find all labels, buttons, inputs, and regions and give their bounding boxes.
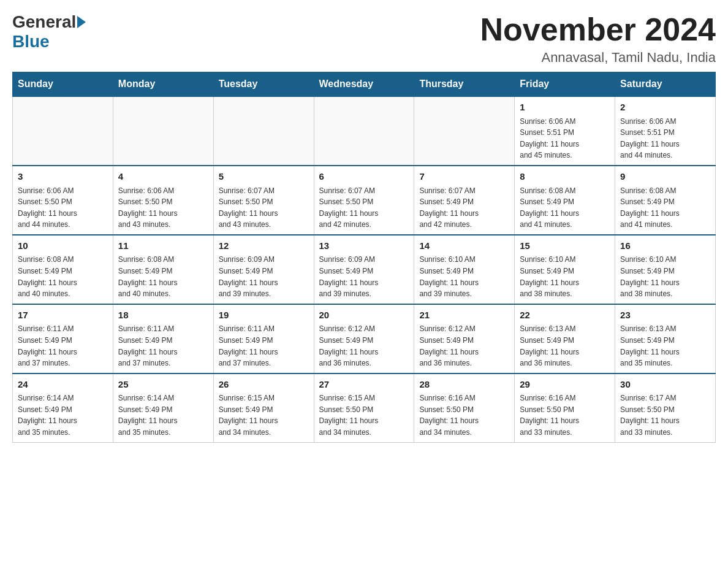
day-number: 22 bbox=[520, 308, 610, 323]
day-number: 30 bbox=[620, 378, 710, 392]
day-info: Sunrise: 6:06 AMSunset: 5:50 PMDaylight:… bbox=[18, 185, 108, 231]
day-number: 7 bbox=[419, 170, 509, 184]
day-number: 15 bbox=[520, 239, 610, 253]
calendar-body: 1Sunrise: 6:06 AMSunset: 5:51 PMDaylight… bbox=[13, 96, 716, 442]
day-number: 18 bbox=[118, 308, 208, 323]
day-number: 11 bbox=[118, 239, 208, 253]
day-number: 16 bbox=[620, 239, 710, 253]
calendar-day: 13Sunrise: 6:09 AMSunset: 5:49 PMDayligh… bbox=[314, 235, 414, 304]
day-info: Sunrise: 6:06 AMSunset: 5:51 PMDaylight:… bbox=[520, 116, 610, 161]
day-of-week-tuesday: Tuesday bbox=[213, 72, 314, 97]
calendar-day: 30Sunrise: 6:17 AMSunset: 5:50 PMDayligh… bbox=[615, 373, 716, 442]
calendar-day: 8Sunrise: 6:08 AMSunset: 5:49 PMDaylight… bbox=[515, 166, 615, 235]
day-number: 24 bbox=[18, 378, 108, 392]
day-info: Sunrise: 6:17 AMSunset: 5:50 PMDaylight:… bbox=[620, 393, 710, 438]
day-number: 14 bbox=[419, 239, 509, 253]
day-info: Sunrise: 6:10 AMSunset: 5:49 PMDaylight:… bbox=[520, 254, 610, 299]
calendar-week-4: 17Sunrise: 6:11 AMSunset: 5:49 PMDayligh… bbox=[13, 304, 716, 373]
calendar-day: 26Sunrise: 6:15 AMSunset: 5:49 PMDayligh… bbox=[213, 373, 314, 442]
day-number: 3 bbox=[18, 170, 108, 184]
day-number: 12 bbox=[219, 239, 309, 253]
calendar-table: SundayMondayTuesdayWednesdayThursdayFrid… bbox=[12, 72, 716, 442]
calendar-day: 24Sunrise: 6:14 AMSunset: 5:49 PMDayligh… bbox=[13, 373, 113, 442]
day-info: Sunrise: 6:13 AMSunset: 5:49 PMDaylight:… bbox=[520, 323, 610, 369]
calendar-day: 28Sunrise: 6:16 AMSunset: 5:50 PMDayligh… bbox=[414, 373, 515, 442]
calendar-day: 5Sunrise: 6:07 AMSunset: 5:50 PMDaylight… bbox=[213, 166, 314, 235]
calendar-day bbox=[414, 96, 515, 166]
calendar-day: 12Sunrise: 6:09 AMSunset: 5:49 PMDayligh… bbox=[213, 235, 314, 304]
day-number: 23 bbox=[620, 308, 710, 323]
day-info: Sunrise: 6:08 AMSunset: 5:49 PMDaylight:… bbox=[118, 254, 208, 299]
calendar-day bbox=[213, 96, 314, 166]
day-info: Sunrise: 6:12 AMSunset: 5:49 PMDaylight:… bbox=[319, 323, 409, 369]
calendar-day: 11Sunrise: 6:08 AMSunset: 5:49 PMDayligh… bbox=[113, 235, 213, 304]
day-info: Sunrise: 6:11 AMSunset: 5:49 PMDaylight:… bbox=[18, 323, 108, 369]
day-number: 13 bbox=[319, 239, 409, 253]
day-of-week-friday: Friday bbox=[515, 72, 615, 97]
location-text: Annavasal, Tamil Nadu, India bbox=[480, 50, 716, 66]
calendar-day: 25Sunrise: 6:14 AMSunset: 5:49 PMDayligh… bbox=[113, 373, 213, 442]
calendar-day bbox=[13, 96, 113, 166]
day-number: 20 bbox=[319, 308, 409, 323]
day-number: 26 bbox=[219, 378, 309, 392]
day-number: 29 bbox=[520, 378, 610, 392]
day-info: Sunrise: 6:15 AMSunset: 5:49 PMDaylight:… bbox=[219, 393, 309, 438]
calendar-day: 27Sunrise: 6:15 AMSunset: 5:50 PMDayligh… bbox=[314, 373, 414, 442]
calendar-day: 22Sunrise: 6:13 AMSunset: 5:49 PMDayligh… bbox=[515, 304, 615, 373]
calendar-day: 9Sunrise: 6:08 AMSunset: 5:49 PMDaylight… bbox=[615, 166, 716, 235]
logo-arrow-icon bbox=[77, 16, 86, 28]
days-of-week-row: SundayMondayTuesdayWednesdayThursdayFrid… bbox=[13, 72, 716, 97]
logo-blue-text: Blue bbox=[12, 32, 50, 52]
day-info: Sunrise: 6:06 AMSunset: 5:51 PMDaylight:… bbox=[620, 116, 710, 161]
day-info: Sunrise: 6:06 AMSunset: 5:50 PMDaylight:… bbox=[118, 185, 208, 231]
calendar-day: 14Sunrise: 6:10 AMSunset: 5:49 PMDayligh… bbox=[414, 235, 515, 304]
day-number: 25 bbox=[118, 378, 208, 392]
calendar-week-3: 10Sunrise: 6:08 AMSunset: 5:49 PMDayligh… bbox=[13, 235, 716, 304]
day-info: Sunrise: 6:08 AMSunset: 5:49 PMDaylight:… bbox=[18, 254, 108, 299]
calendar-day: 17Sunrise: 6:11 AMSunset: 5:49 PMDayligh… bbox=[13, 304, 113, 373]
day-number: 19 bbox=[219, 308, 309, 323]
day-number: 9 bbox=[620, 170, 710, 184]
calendar-day: 3Sunrise: 6:06 AMSunset: 5:50 PMDaylight… bbox=[13, 166, 113, 235]
calendar-day: 15Sunrise: 6:10 AMSunset: 5:49 PMDayligh… bbox=[515, 235, 615, 304]
calendar-day: 23Sunrise: 6:13 AMSunset: 5:49 PMDayligh… bbox=[615, 304, 716, 373]
day-info: Sunrise: 6:14 AMSunset: 5:49 PMDaylight:… bbox=[18, 393, 108, 438]
calendar-week-5: 24Sunrise: 6:14 AMSunset: 5:49 PMDayligh… bbox=[13, 373, 716, 442]
day-info: Sunrise: 6:10 AMSunset: 5:49 PMDaylight:… bbox=[419, 254, 509, 299]
calendar-day bbox=[314, 96, 414, 166]
title-section: November 2024 Annavasal, Tamil Nadu, Ind… bbox=[480, 12, 716, 66]
day-number: 2 bbox=[620, 101, 710, 115]
day-info: Sunrise: 6:11 AMSunset: 5:49 PMDaylight:… bbox=[219, 323, 309, 369]
logo: General Blue bbox=[12, 12, 87, 52]
day-info: Sunrise: 6:08 AMSunset: 5:49 PMDaylight:… bbox=[520, 185, 610, 231]
calendar-day: 10Sunrise: 6:08 AMSunset: 5:49 PMDayligh… bbox=[13, 235, 113, 304]
calendar-day: 4Sunrise: 6:06 AMSunset: 5:50 PMDaylight… bbox=[113, 166, 213, 235]
calendar-day: 29Sunrise: 6:16 AMSunset: 5:50 PMDayligh… bbox=[515, 373, 615, 442]
day-info: Sunrise: 6:09 AMSunset: 5:49 PMDaylight:… bbox=[319, 254, 409, 299]
calendar-header: SundayMondayTuesdayWednesdayThursdayFrid… bbox=[13, 72, 716, 97]
calendar-day: 18Sunrise: 6:11 AMSunset: 5:49 PMDayligh… bbox=[113, 304, 213, 373]
calendar-day bbox=[113, 96, 213, 166]
day-info: Sunrise: 6:07 AMSunset: 5:50 PMDaylight:… bbox=[219, 185, 309, 231]
day-info: Sunrise: 6:16 AMSunset: 5:50 PMDaylight:… bbox=[520, 393, 610, 438]
day-info: Sunrise: 6:07 AMSunset: 5:50 PMDaylight:… bbox=[319, 185, 409, 231]
day-of-week-thursday: Thursday bbox=[414, 72, 515, 97]
day-number: 27 bbox=[319, 378, 409, 392]
day-number: 21 bbox=[419, 308, 509, 323]
day-number: 10 bbox=[18, 239, 108, 253]
day-number: 28 bbox=[419, 378, 509, 392]
day-info: Sunrise: 6:16 AMSunset: 5:50 PMDaylight:… bbox=[419, 393, 509, 438]
calendar-day: 7Sunrise: 6:07 AMSunset: 5:49 PMDaylight… bbox=[414, 166, 515, 235]
day-info: Sunrise: 6:15 AMSunset: 5:50 PMDaylight:… bbox=[319, 393, 409, 438]
day-of-week-saturday: Saturday bbox=[615, 72, 716, 97]
calendar-day: 2Sunrise: 6:06 AMSunset: 5:51 PMDaylight… bbox=[615, 96, 716, 166]
day-info: Sunrise: 6:08 AMSunset: 5:49 PMDaylight:… bbox=[620, 185, 710, 231]
month-title: November 2024 bbox=[480, 12, 716, 47]
day-number: 6 bbox=[319, 170, 409, 184]
day-info: Sunrise: 6:13 AMSunset: 5:49 PMDaylight:… bbox=[620, 323, 710, 369]
day-info: Sunrise: 6:10 AMSunset: 5:49 PMDaylight:… bbox=[620, 254, 710, 299]
day-number: 17 bbox=[18, 308, 108, 323]
calendar-day: 20Sunrise: 6:12 AMSunset: 5:49 PMDayligh… bbox=[314, 304, 414, 373]
day-info: Sunrise: 6:11 AMSunset: 5:49 PMDaylight:… bbox=[118, 323, 208, 369]
calendar-day: 16Sunrise: 6:10 AMSunset: 5:49 PMDayligh… bbox=[615, 235, 716, 304]
